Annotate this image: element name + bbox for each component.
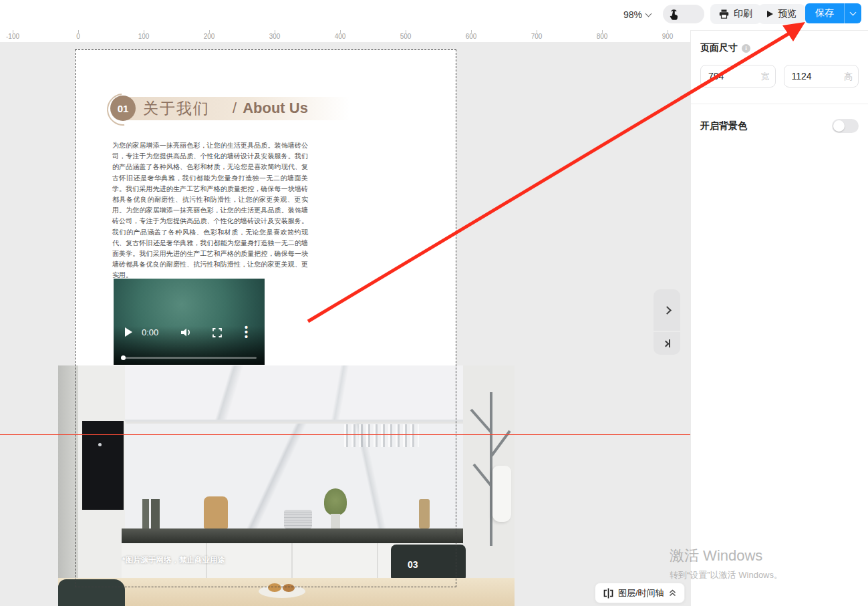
info-icon[interactable]: i (742, 44, 750, 53)
photo-bottles (142, 499, 160, 528)
collapse-up-icon (669, 589, 676, 597)
background-color-label: 开启背景色 (700, 120, 747, 132)
ruler-label: 600 (458, 33, 484, 40)
photo-fridge (58, 365, 78, 606)
video-player[interactable]: 0:00 ••• (114, 279, 265, 365)
chevron-down-icon (645, 11, 652, 17)
volume-icon[interactable] (180, 327, 192, 337)
toggle-knob (833, 120, 845, 132)
section-heading[interactable]: 01 关于我们 / About Us (110, 96, 308, 121)
touch-hand-icon (666, 7, 681, 21)
photo-chair (391, 545, 466, 579)
photo-plate (259, 585, 305, 598)
preview-button[interactable]: 预览 (758, 4, 805, 24)
page-number[interactable]: 03 (408, 559, 418, 570)
preview-label: 预览 (778, 8, 797, 20)
chevron-right-icon (663, 306, 672, 315)
ruler-label: 200 (196, 33, 223, 40)
ruler-label: 0 (65, 33, 92, 40)
layers-timeline-label: 图层/时间轴 (618, 587, 664, 599)
printer-icon (719, 9, 729, 19)
save-label: 保存 (815, 7, 834, 19)
hand-tool-toggle[interactable] (663, 5, 704, 23)
section-number-badge: 01 (110, 96, 136, 121)
photo-hanging-glasses (344, 424, 419, 447)
fullscreen-icon[interactable] (212, 328, 222, 337)
photo-food (268, 583, 281, 592)
title-separator: / (233, 100, 237, 117)
page-navigation (654, 289, 680, 355)
width-suffix: 宽 (761, 71, 770, 83)
body-paragraph[interactable]: 为您的家居增添一抹亮丽色彩，让您的生活更具品质。装饰墙砖公司，专注于为您提供高品… (112, 140, 308, 281)
background-color-toggle[interactable] (832, 119, 859, 133)
ruler-label: 100 (130, 33, 157, 40)
last-page-button[interactable] (654, 332, 680, 355)
photo-plant-pot (331, 514, 340, 528)
photo-countertop (122, 528, 463, 543)
save-button[interactable]: 保存 (805, 3, 844, 23)
settings-panel: 页面尺寸 i 宽 高 开启背景色 (690, 30, 868, 606)
layers-timeline-icon (603, 588, 613, 599)
photo-oven-light (98, 443, 102, 446)
photo-plate-stack (284, 510, 312, 528)
height-suffix: 高 (844, 71, 853, 83)
panel-divider (691, 104, 868, 104)
chevron-down-icon (850, 9, 857, 16)
kitchen-photo[interactable]: *图片源于网络，禁止商业用途 03 (58, 365, 515, 606)
horizontal-guide-line[interactable] (0, 434, 690, 435)
layers-timeline-button[interactable]: 图层/时间轴 (595, 583, 685, 603)
ruler-label: 400 (327, 33, 353, 40)
next-page-button[interactable] (654, 289, 680, 331)
photo-chair (58, 579, 125, 606)
video-time: 0:00 (142, 327, 158, 337)
ruler-label: 800 (589, 33, 615, 40)
video-more-icon[interactable]: ••• (245, 325, 248, 339)
ruler-label: 700 (523, 33, 550, 40)
photo-utensils (419, 499, 430, 528)
save-dropdown-button[interactable] (844, 3, 861, 23)
ruler-label: 300 (261, 33, 288, 40)
photo-hanging-towel (492, 466, 511, 522)
play-icon (767, 11, 773, 17)
ruler-label: 500 (392, 33, 419, 40)
chevron-right-icon (663, 340, 670, 347)
section-title-en: About Us (243, 100, 308, 117)
photo-caption[interactable]: *图片源于网络，禁止商业用途 (122, 555, 225, 565)
photo-plant (324, 488, 347, 515)
save-split-button: 保存 (805, 3, 861, 23)
video-play-icon[interactable] (125, 327, 132, 337)
video-progress-knob[interactable] (121, 355, 126, 360)
ruler-label: -100 (0, 33, 26, 40)
video-progress-bar[interactable] (122, 357, 257, 359)
zoom-value: 98% (623, 9, 642, 20)
photo-food (283, 584, 295, 592)
zoom-control[interactable]: 98% (623, 7, 651, 23)
page-size-label: 页面尺寸 (700, 42, 738, 54)
print-button[interactable]: 印刷 (710, 4, 761, 24)
photo-marble-cabinet (125, 365, 463, 422)
print-label: 印刷 (734, 8, 752, 20)
section-title-cn: 关于我们 (143, 98, 210, 119)
ruler-label: 900 (654, 33, 681, 40)
top-toolbar: 98% 印刷 预览 保存 (0, 0, 868, 30)
badge-number: 01 (118, 103, 129, 114)
photo-cutting-board (204, 496, 228, 528)
